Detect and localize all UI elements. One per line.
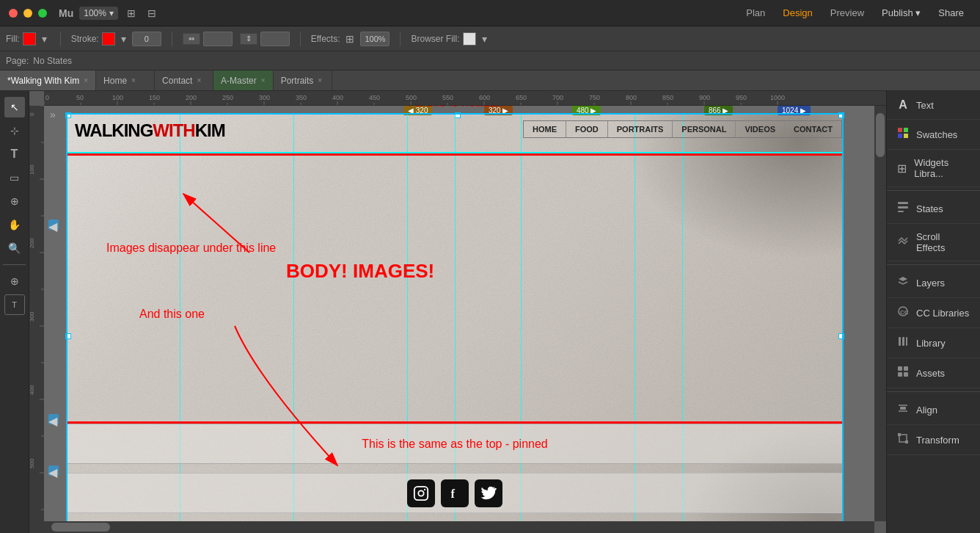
scroll-effects-icon	[896, 235, 910, 250]
svg-rect-81	[906, 337, 907, 346]
v-scroll-thumb[interactable]	[876, 113, 885, 157]
panel-align[interactable]: Align	[887, 395, 980, 425]
tab-label: *Walking With Kim	[7, 76, 79, 86]
text-tool[interactable]: T	[4, 144, 25, 164]
nav-contact[interactable]: CONTACT	[785, 121, 841, 137]
vertical-scrollbar[interactable]	[874, 106, 886, 521]
panel-widgets[interactable]: ⊞ Widgets Libra...	[887, 150, 980, 187]
panel-transform[interactable]: Transform	[887, 425, 980, 455]
panel-scroll-effects-label: Scroll Effects	[916, 231, 971, 253]
svg-text:750: 750	[589, 94, 600, 101]
effects-icon[interactable]: ⊞	[343, 32, 357, 46]
tab-close-icon[interactable]: ×	[84, 76, 88, 84]
tab-close-icon[interactable]: ×	[131, 76, 136, 84]
h-scroll-thumb[interactable]	[51, 523, 110, 532]
svg-rect-85	[904, 372, 908, 377]
select-tool[interactable]: ↖	[4, 97, 25, 117]
close-button[interactable]	[9, 9, 18, 18]
publish-button[interactable]: Publish ▾	[874, 4, 928, 21]
handle-mr[interactable]	[838, 333, 844, 339]
height-input[interactable]	[260, 32, 290, 46]
panel-cc-libraries[interactable]: CC CC Libraries	[887, 298, 980, 328]
nav-videos[interactable]: VIDEOS	[736, 121, 785, 137]
pin-tool[interactable]: ⊕	[4, 271, 25, 291]
panel-assets[interactable]: Assets	[887, 358, 980, 388]
svg-rect-75	[898, 206, 908, 209]
minimize-button[interactable]	[23, 9, 32, 18]
horizontal-scrollbar[interactable]	[44, 521, 874, 533]
panel-states[interactable]: States	[887, 194, 980, 224]
tab-a-master[interactable]: A-Master ×	[213, 70, 274, 90]
states-icon	[896, 201, 910, 216]
tab-close-icon[interactable]: ×	[197, 76, 201, 84]
nav-food[interactable]: FOOD	[566, 121, 608, 137]
panel-library-label: Library	[916, 338, 946, 349]
twitter-icon[interactable]	[475, 479, 502, 507]
expand-h-icon[interactable]: ⇕	[240, 33, 257, 45]
design-button[interactable]: Design	[775, 4, 819, 21]
panel-library[interactable]: Library	[887, 328, 980, 358]
stroke-swatch[interactable]	[102, 32, 115, 46]
collapse-button[interactable]: »	[50, 109, 56, 120]
rectangle-tool[interactable]: ▭	[4, 167, 25, 188]
tab-contact[interactable]: Contact ×	[155, 70, 213, 90]
panel-swatches-label: Swatches	[916, 129, 957, 140]
effects-value-input[interactable]: 100%	[360, 32, 390, 46]
tab-home[interactable]: Home ×	[96, 70, 155, 90]
panel-layers[interactable]: Layers	[887, 268, 980, 298]
panel-swatches[interactable]: Swatches	[887, 120, 980, 150]
browser-fill-options-icon[interactable]: ▾	[479, 32, 490, 46]
tab-walking-with-kim[interactable]: *Walking With Kim ×	[0, 70, 96, 90]
svg-text:550: 550	[442, 94, 453, 101]
red-line-bottom	[66, 421, 844, 424]
pointer-tool[interactable]: ⊹	[4, 120, 25, 141]
layout-icon[interactable]: ⊞	[124, 6, 139, 21]
instagram-icon[interactable]	[407, 479, 435, 507]
plan-button[interactable]: Plan	[739, 4, 772, 21]
preview-button[interactable]: Preview	[823, 4, 871, 21]
zoom-tool[interactable]: 🔍	[4, 238, 25, 258]
tab-portraits[interactable]: Portraits ×	[274, 70, 332, 90]
panel-text[interactable]: A Text	[887, 91, 980, 120]
canvas-scroll[interactable]: ◀ ◀ ◀ »	[44, 106, 874, 521]
svg-text:800: 800	[626, 94, 637, 101]
expand-w-icon[interactable]: ⇔	[183, 33, 200, 45]
nav-portraits[interactable]: PORTRAITS	[608, 121, 673, 137]
browser-fill-swatch[interactable]	[463, 32, 476, 46]
nav-home[interactable]: HOME	[524, 121, 566, 137]
zoom-control[interactable]: 100% ▾	[79, 7, 118, 20]
svg-point-68	[424, 488, 425, 490]
nav-personal[interactable]: PERSONAL	[673, 121, 736, 137]
grid-icon[interactable]: ⊟	[145, 6, 159, 21]
maximize-button[interactable]	[38, 9, 47, 18]
app-name: Mu	[59, 7, 73, 19]
svg-text:300: 300	[29, 311, 35, 322]
fill-swatch[interactable]	[23, 32, 36, 46]
stroke-options-icon[interactable]: ▾	[118, 32, 129, 46]
svg-text:450: 450	[369, 94, 380, 101]
svg-text:650: 650	[516, 94, 527, 101]
svg-rect-66	[414, 486, 428, 499]
tab-close-icon[interactable]: ×	[318, 76, 322, 84]
width-input[interactable]	[203, 32, 233, 46]
image-tool[interactable]: ⊕	[4, 191, 25, 211]
fill-options-icon[interactable]: ▾	[39, 32, 50, 46]
svg-text:CC: CC	[900, 309, 909, 316]
svg-text:50: 50	[76, 94, 84, 101]
svg-rect-79	[899, 337, 901, 346]
text-edit-tool[interactable]: T	[4, 294, 25, 315]
stroke-value-input[interactable]: 0	[132, 32, 161, 46]
tab-label: Portraits	[281, 76, 314, 86]
hand-tool[interactable]: ✋	[4, 214, 25, 235]
panel-scroll-effects[interactable]: Scroll Effects	[887, 224, 980, 261]
share-button[interactable]: Share	[931, 4, 971, 21]
tabs-row: *Walking With Kim × Home × Contact × A-M…	[0, 70, 980, 91]
svg-text:1000: 1000	[770, 94, 785, 101]
red-line-top	[66, 153, 844, 156]
align-icon	[896, 402, 910, 417]
svg-text:600: 600	[479, 94, 490, 101]
svg-rect-72	[898, 134, 902, 138]
tab-close-icon[interactable]: ×	[261, 76, 266, 84]
handle-ml[interactable]	[65, 333, 71, 339]
facebook-icon[interactable]: f	[441, 479, 469, 507]
